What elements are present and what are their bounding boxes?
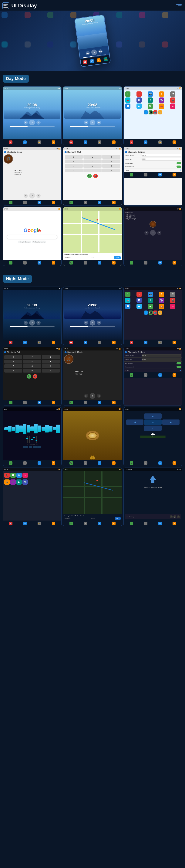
night-dial-hash[interactable]: #: [42, 369, 60, 373]
night-app-3[interactable]: 📷: [148, 292, 153, 297]
day-next-2[interactable]: ⏭: [97, 121, 101, 125]
night-next-1[interactable]: ⏭: [36, 321, 41, 325]
nav-arrow-right[interactable]: ►: [162, 420, 180, 425]
social-next[interactable]: ⏭: [157, 231, 161, 235]
night-app-6[interactable]: 🚗: [125, 298, 130, 303]
social-play[interactable]: ⏸: [150, 230, 156, 236]
google-lucky-btn[interactable]: I'm Feeling Lucky: [32, 241, 46, 243]
dock-icon-4[interactable]: 🔧: [158, 110, 162, 115]
next-btn[interactable]: ▶▶: [98, 49, 103, 54]
device-name-input[interactable]: CarBT: [141, 154, 181, 157]
night-bt-next[interactable]: ⏭: [97, 394, 101, 398]
play-btn[interactable]: ⏸: [91, 49, 98, 55]
night-prev-1[interactable]: ⏮: [24, 321, 28, 325]
night-bt-play[interactable]: ⏸: [90, 393, 95, 399]
night-call-btn[interactable]: 📞: [27, 374, 31, 379]
night-dial-2[interactable]: 2: [23, 355, 41, 359]
night-tbt-play[interactable]: ▶: [173, 515, 176, 518]
dial-3[interactable]: 3: [102, 155, 120, 159]
dial-6[interactable]: 6: [102, 159, 120, 163]
day-play-2[interactable]: ⏸: [90, 120, 95, 125]
dial-1[interactable]: 1: [65, 155, 83, 159]
night-dock-4[interactable]: 🔧: [158, 311, 162, 315]
night-app2-8[interactable]: 📡: [23, 479, 28, 485]
day-prev-2[interactable]: ⏮: [84, 121, 88, 125]
nav-arrow-center[interactable]: ○: [144, 420, 161, 425]
night-app2-1[interactable]: 📞: [4, 473, 10, 478]
night-device-pin-input[interactable]: 0000: [141, 358, 181, 361]
eq-preset-normal[interactable]: Normal: [23, 446, 28, 448]
night-app-15[interactable]: ♫: [170, 304, 175, 309]
app-photos[interactable]: 📷: [148, 91, 153, 97]
app-car[interactable]: 🚗: [159, 103, 164, 109]
night-tbt-prev[interactable]: ⏮: [170, 515, 173, 518]
night-dial-8[interactable]: 8: [23, 364, 41, 368]
dock-icon-3[interactable]: 📺: [153, 110, 157, 115]
night-app-12[interactable]: ▶: [136, 304, 142, 309]
night-app-13[interactable]: 🗺: [148, 304, 153, 309]
night-auto-connect-toggle[interactable]: [177, 366, 181, 368]
eq-preset-jazz[interactable]: Jazz: [37, 446, 41, 448]
app-bt[interactable]: 🅱: [136, 97, 142, 103]
prev-btn[interactable]: ◀◀: [85, 51, 90, 56]
dial-8[interactable]: 8: [83, 164, 101, 168]
dial-5[interactable]: 5: [83, 159, 101, 163]
dial-star[interactable]: *: [65, 168, 83, 172]
night-dock-1[interactable]: 🌐: [144, 311, 148, 315]
menu-icon[interactable]: [2, 2, 9, 9]
day-next-1[interactable]: ⏭: [36, 121, 41, 125]
dial-4[interactable]: 4: [65, 159, 83, 163]
app-play[interactable]: ▶: [136, 103, 142, 109]
night-app-14[interactable]: 🚗: [159, 304, 164, 309]
night-app-5[interactable]: 🗺: [170, 292, 175, 297]
auto-answer-toggle[interactable]: [177, 162, 181, 164]
day-bt-prev[interactable]: ⏮: [24, 194, 28, 198]
day-prev-1[interactable]: ⏮: [24, 121, 28, 125]
app-settings[interactable]: ⚙: [159, 91, 164, 97]
night-dial-3[interactable]: 3: [42, 355, 60, 359]
dial-2[interactable]: 2: [83, 155, 101, 159]
day-bt-next[interactable]: ⏭: [36, 194, 41, 198]
night-app-9[interactable]: 📡: [159, 298, 164, 303]
night-app-11[interactable]: 💬: [125, 304, 130, 309]
night-dial-0[interactable]: 0: [23, 369, 41, 373]
night-app2-7[interactable]: ▶: [17, 479, 22, 485]
night-dial-6[interactable]: 6: [42, 360, 60, 364]
night-play-2[interactable]: ⏸: [90, 320, 95, 326]
dial-hash[interactable]: #: [102, 168, 120, 172]
app-mic[interactable]: 🎙: [148, 97, 153, 103]
dial-7[interactable]: 7: [65, 164, 83, 168]
social-prev[interactable]: ⏮: [144, 231, 149, 235]
app-video[interactable]: 🎬: [170, 97, 175, 103]
night-hangup-btn[interactable]: 📵: [33, 374, 37, 379]
device-pin-input[interactable]: 0000: [141, 158, 181, 161]
app-telegram[interactable]: ✈: [125, 91, 130, 97]
night-map-go-btn[interactable]: GO: [115, 517, 121, 520]
eq-preset-rock[interactable]: Rock: [33, 446, 37, 448]
nav-arrow-left[interactable]: ◄: [126, 420, 143, 425]
night-dial-1[interactable]: 1: [4, 355, 22, 359]
eq-preset-pop[interactable]: Pop: [29, 446, 32, 448]
night-prev-2[interactable]: ⏮: [84, 321, 88, 325]
night-app2-4[interactable]: ♫: [23, 473, 28, 478]
night-app-10[interactable]: 🎬: [170, 298, 175, 303]
google-search-bar[interactable]: [7, 235, 57, 239]
nav-arrow-down[interactable]: ▼: [144, 426, 161, 431]
nav-arrow-up[interactable]: ▲: [144, 413, 161, 419]
night-dock-2[interactable]: 📲: [149, 311, 153, 315]
night-dial-5[interactable]: 5: [23, 360, 41, 364]
dock-icon-2[interactable]: 📲: [149, 110, 153, 115]
night-app-4[interactable]: ⚙: [159, 292, 164, 297]
night-dock-3[interactable]: 📺: [153, 311, 157, 315]
night-tbt-next[interactable]: ⏭: [177, 515, 180, 518]
hangup-btn[interactable]: 📵: [93, 174, 98, 178]
night-dial-4[interactable]: 4: [4, 360, 22, 364]
app-waze[interactable]: 🗺: [170, 91, 175, 97]
dial-9[interactable]: 9: [102, 164, 120, 168]
app-music[interactable]: ♪: [136, 91, 142, 97]
dial-0[interactable]: 0: [83, 168, 101, 172]
night-bt-prev[interactable]: ⏮: [84, 394, 88, 398]
night-play-1[interactable]: ⏸: [29, 320, 35, 326]
night-app-2[interactable]: ♪: [136, 292, 142, 297]
app-drive[interactable]: 🚗: [125, 97, 130, 103]
